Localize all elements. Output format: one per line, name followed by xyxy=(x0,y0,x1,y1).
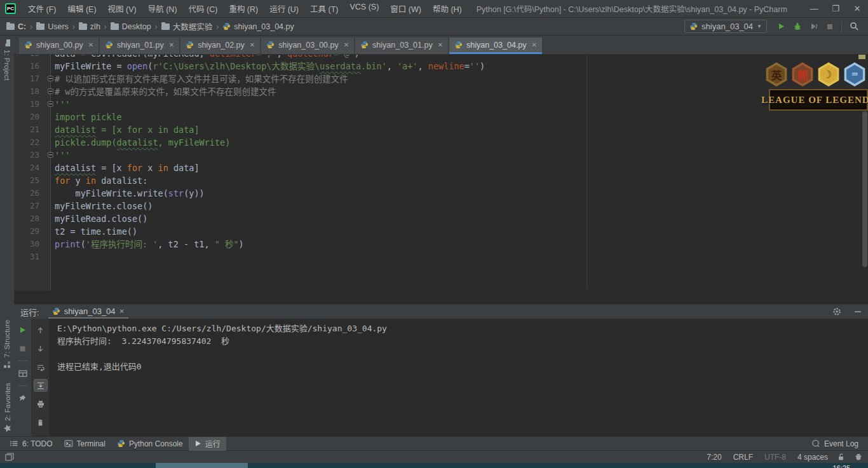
run-console-tab[interactable]: shiyan_03_04 ✕ xyxy=(48,305,128,319)
file-encoding[interactable]: UTF-8 xyxy=(764,453,786,462)
tool-window-tab-6todo[interactable]: 6: TODO xyxy=(4,437,58,451)
menu-item[interactable]: 视图 (V) xyxy=(102,3,142,15)
down-stacktrace-button[interactable] xyxy=(34,342,48,355)
minimize-button[interactable]: — xyxy=(803,4,825,13)
tool-window-tab-[interactable]: 运行 xyxy=(189,437,226,451)
breadcrumb-item[interactable]: 大数据实验 xyxy=(160,20,214,32)
line-number[interactable]: 28 xyxy=(14,212,42,225)
editor-tab[interactable]: shiyan_03_04.py✕ xyxy=(449,38,542,54)
line-number[interactable]: 20 xyxy=(14,111,42,123)
run-button[interactable] xyxy=(777,22,785,31)
search-everywhere-icon[interactable] xyxy=(850,22,859,31)
line-number[interactable]: 30 xyxy=(14,238,42,251)
close-icon[interactable]: ✕ xyxy=(119,308,125,315)
windows-taskbar-sliver[interactable]: 16:25 xyxy=(0,463,868,468)
indent-style[interactable]: 4 spaces xyxy=(797,453,828,462)
line-number[interactable]: 21 xyxy=(14,123,42,136)
editor-tab[interactable]: shiyan_03_01.py✕ xyxy=(355,38,448,54)
restore-layout-button[interactable] xyxy=(16,367,30,380)
close-icon[interactable]: ✕ xyxy=(250,41,255,48)
taskbar-highlight[interactable] xyxy=(156,463,248,468)
breadcrumb-item[interactable]: zlh xyxy=(78,22,102,31)
stop-button[interactable] xyxy=(826,23,834,31)
breadcrumb-item[interactable]: Desktop xyxy=(109,22,153,31)
menu-item[interactable]: 导航 (N) xyxy=(142,3,183,15)
menu-item[interactable]: VCS (S) xyxy=(344,3,384,15)
hide-panel-icon[interactable] xyxy=(854,308,862,315)
line-number[interactable]: 18 xyxy=(14,85,42,98)
line-number[interactable]: 31 xyxy=(14,251,42,263)
close-icon[interactable]: ✕ xyxy=(169,41,174,48)
soft-keyboard-badge[interactable]: ⌨ xyxy=(843,62,867,86)
caret-position[interactable]: 7:20 xyxy=(707,453,721,462)
menu-item[interactable]: 重构 (R) xyxy=(223,3,264,15)
hector-inspection-icon[interactable] xyxy=(854,453,863,461)
run-configuration-select[interactable]: shiyan_03_04 ▼ xyxy=(684,20,767,33)
tool-window-bar: 6: TODOTerminalPython Console运行Event Log xyxy=(0,436,868,450)
close-icon[interactable]: ✕ xyxy=(438,41,443,48)
scroll-to-end-button[interactable] xyxy=(34,379,48,392)
tool-window-button[interactable]: 1: Project xyxy=(3,39,11,81)
line-number[interactable]: 27 xyxy=(14,200,42,212)
run-console-output[interactable]: E:\Python\python.exe C:/Users/zlh/Deskto… xyxy=(50,319,868,436)
editor-tab[interactable]: shiyan_02.py✕ xyxy=(180,38,260,54)
tool-window-button[interactable]: 7: Structure xyxy=(3,320,11,368)
line-number[interactable]: 17 xyxy=(14,72,42,85)
up-stacktrace-button[interactable] xyxy=(34,324,48,336)
print-button[interactable] xyxy=(34,397,48,410)
line-number[interactable]: 16 xyxy=(14,60,42,72)
tool-window-toggle-icon[interactable] xyxy=(5,453,14,461)
menu-item[interactable]: 工具 (T) xyxy=(304,3,344,15)
menu-item[interactable]: 编辑 (E) xyxy=(62,3,102,15)
soft-wrap-button[interactable] xyxy=(34,361,48,373)
run-with-coverage-button[interactable] xyxy=(810,22,818,31)
editor-tab[interactable]: shiyan_03_00.py✕ xyxy=(261,38,354,54)
line-number[interactable]: 19 xyxy=(14,98,42,111)
event-log-button[interactable]: Event Log xyxy=(806,437,864,451)
inspection-status-square[interactable] xyxy=(858,55,865,59)
menu-item[interactable]: 文件 (F) xyxy=(22,3,62,15)
breadcrumb-item[interactable]: Users xyxy=(35,22,70,31)
line-number[interactable]: 23 xyxy=(14,149,42,162)
settings-gear-icon[interactable] xyxy=(832,307,841,316)
close-icon[interactable]: ✕ xyxy=(532,41,537,48)
breadcrumb-item[interactable]: shiyan_03_04.py xyxy=(221,22,295,31)
clear-console-button[interactable] xyxy=(34,416,48,429)
line-number[interactable]: 25 xyxy=(14,174,42,187)
menu-item[interactable]: 运行 (U) xyxy=(264,3,304,15)
line-separator[interactable]: CRLF xyxy=(733,453,753,462)
fold-marker-icon[interactable] xyxy=(48,101,53,107)
close-icon[interactable]: ✕ xyxy=(88,41,93,48)
english-mode-badge[interactable]: 英 xyxy=(764,62,789,86)
editor-tab[interactable]: shiyan_01.py✕ xyxy=(100,38,179,54)
tool-window-tab-pythonconsole[interactable]: Python Console xyxy=(111,437,189,451)
fold-marker-icon[interactable] xyxy=(48,152,53,158)
simplified-chinese-badge[interactable]: 简 xyxy=(790,62,815,86)
tool-window-button[interactable]: 2: Favorites xyxy=(3,383,11,432)
close-button[interactable]: ✕ xyxy=(846,4,868,13)
menu-item[interactable]: 帮助 (H) xyxy=(427,3,468,15)
menu-item[interactable]: 代码 (C) xyxy=(183,3,224,15)
tool-window-tab-label: 6: TODO xyxy=(22,439,53,448)
menu-item[interactable]: 窗口 (W) xyxy=(384,3,427,15)
code-editor[interactable]: 15data = csv.reader(myFileRead, delimite… xyxy=(14,55,868,304)
fullmoon-mode-badge[interactable]: ☽ xyxy=(817,62,841,86)
stop-process-button[interactable] xyxy=(16,342,30,355)
pin-tab-button[interactable] xyxy=(16,392,30,404)
maximize-button[interactable]: ❐ xyxy=(825,4,846,13)
line-number[interactable]: 22 xyxy=(14,136,42,149)
close-icon[interactable]: ✕ xyxy=(344,41,349,48)
fold-marker-icon[interactable] xyxy=(48,76,53,81)
editor-vertical-scrollbar[interactable] xyxy=(862,111,867,267)
line-number[interactable]: 24 xyxy=(14,162,42,174)
debug-button[interactable] xyxy=(793,22,802,31)
line-number[interactable]: 15 xyxy=(14,55,42,60)
rerun-button[interactable] xyxy=(16,324,30,336)
line-number[interactable]: 26 xyxy=(14,187,42,200)
tool-window-tab-terminal[interactable]: Terminal xyxy=(58,437,111,451)
line-number[interactable]: 29 xyxy=(14,225,42,238)
editor-tab[interactable]: shiyan_00.py✕ xyxy=(19,38,98,54)
fold-marker-icon[interactable] xyxy=(48,88,53,94)
breadcrumb-item[interactable]: C: xyxy=(5,22,27,31)
unlock-icon[interactable] xyxy=(837,453,845,461)
